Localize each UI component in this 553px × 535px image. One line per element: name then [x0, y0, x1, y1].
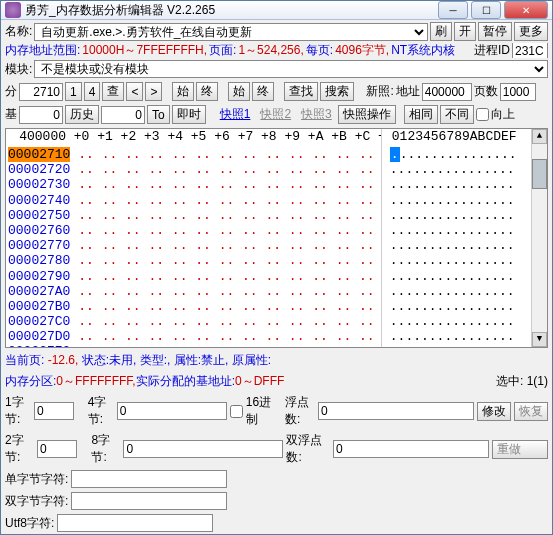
- history-button[interactable]: 历史: [65, 105, 99, 124]
- snapshot1-link[interactable]: 快照1: [216, 105, 255, 124]
- ascii-row[interactable]: ................: [382, 162, 531, 177]
- addr-field[interactable]: [422, 83, 472, 101]
- hex-row[interactable]: 00002720 .. .. .. .. .. .. .. .. .. .. .…: [6, 162, 381, 177]
- snapshot-ops-button[interactable]: 快照操作: [338, 105, 396, 124]
- address-cell[interactable]: 00002740: [8, 193, 70, 208]
- btn-end2[interactable]: 终: [252, 82, 274, 101]
- hex-bytes[interactable]: .. .. .. .. .. .. .. .. .. .. .. .. .. .…: [70, 284, 381, 299]
- 8byte-field[interactable]: [123, 440, 283, 458]
- ascii-row[interactable]: ................: [382, 147, 531, 162]
- diff-button[interactable]: 不同: [440, 105, 474, 124]
- to-button[interactable]: To: [147, 105, 170, 124]
- hex-row[interactable]: 00002730 .. .. .. .. .. .. .. .. .. .. .…: [6, 177, 381, 192]
- snapshot2-link[interactable]: 快照2: [256, 105, 295, 124]
- btn-end1[interactable]: 终: [196, 82, 218, 101]
- hex-row[interactable]: 000027C0 .. .. .. .. .. .. .. .. .. .. .…: [6, 314, 381, 329]
- close-button[interactable]: ✕: [504, 1, 548, 19]
- search-button[interactable]: 搜索: [320, 82, 354, 101]
- open-button[interactable]: 开: [454, 22, 476, 41]
- ji-field[interactable]: [19, 106, 63, 124]
- hex-row[interactable]: 00002760 .. .. .. .. .. .. .. .. .. .. .…: [6, 223, 381, 238]
- scroll-down-icon[interactable]: ▼: [532, 332, 547, 347]
- realtime-button[interactable]: 即时: [172, 105, 206, 124]
- snapshot3-link[interactable]: 快照3: [297, 105, 336, 124]
- address-cell[interactable]: 00002760: [8, 223, 70, 238]
- hex-bytes[interactable]: .. .. .. .. .. .. .. .. .. .. .. .. .. .…: [70, 329, 381, 344]
- ascii-row[interactable]: ................: [382, 299, 531, 314]
- scroll-up-icon[interactable]: ▲: [532, 129, 547, 144]
- hex-row[interactable]: 00002790 .. .. .. .. .. .. .. .. .. .. .…: [6, 269, 381, 284]
- hex-bytes[interactable]: .. .. .. .. .. .. .. .. .. .. .. .. .. .…: [70, 269, 381, 284]
- refresh-button[interactable]: 刷: [430, 22, 452, 41]
- hex-bytes[interactable]: .. .. .. .. .. .. .. .. .. .. .. .. .. .…: [70, 162, 381, 177]
- ascii-row[interactable]: ................: [382, 223, 531, 238]
- history-field[interactable]: [101, 106, 145, 124]
- hex-row[interactable]: 00002770 .. .. .. .. .. .. .. .. .. .. .…: [6, 238, 381, 253]
- hex-bytes[interactable]: .. .. .. .. .. .. .. .. .. .. .. .. .. .…: [70, 147, 381, 162]
- redo-button[interactable]: 重做: [492, 440, 548, 459]
- same-button[interactable]: 相同: [404, 105, 438, 124]
- hex16-checkbox[interactable]: [230, 405, 243, 418]
- ascii-row[interactable]: ................: [382, 177, 531, 192]
- hex-row[interactable]: 000027A0 .. .. .. .. .. .. .. .. .. .. .…: [6, 284, 381, 299]
- hex-bytes[interactable]: .. .. .. .. .. .. .. .. .. .. .. .. .. .…: [70, 314, 381, 329]
- btn-1[interactable]: 1: [65, 82, 82, 101]
- dbyte-field[interactable]: [71, 492, 227, 510]
- hex-bytes[interactable]: .. .. .. .. .. .. .. .. .. .. .. .. .. .…: [70, 223, 381, 238]
- btn-cha[interactable]: 查: [102, 82, 124, 101]
- ascii-row[interactable]: ................: [382, 253, 531, 268]
- ascii-row[interactable]: ................: [382, 344, 531, 347]
- hex-row[interactable]: 00002740 .. .. .. .. .. .. .. .. .. .. .…: [6, 193, 381, 208]
- 1byte-field[interactable]: [34, 402, 74, 420]
- address-cell[interactable]: 00002710: [8, 147, 70, 162]
- hex-row[interactable]: 000027D0 .. .. .. .. .. .. .. .. .. .. .…: [6, 329, 381, 344]
- minimize-button[interactable]: ─: [438, 1, 468, 19]
- address-cell[interactable]: 00002720: [8, 162, 70, 177]
- pagecount-field[interactable]: [500, 83, 536, 101]
- find-button[interactable]: 查找: [284, 82, 318, 101]
- address-cell[interactable]: 000027A0: [8, 284, 70, 299]
- sbyte-field[interactable]: [71, 470, 227, 488]
- ascii-row[interactable]: ................: [382, 269, 531, 284]
- address-cell[interactable]: 00002750: [8, 208, 70, 223]
- process-select[interactable]: 自动更新.exe.>.勇芳软件_在线自动更新: [34, 23, 428, 41]
- address-cell[interactable]: 00002770: [8, 238, 70, 253]
- btn-start2[interactable]: 始: [228, 82, 250, 101]
- double-field[interactable]: [333, 440, 489, 458]
- more-button[interactable]: 更多: [514, 22, 548, 41]
- address-cell[interactable]: 000027C0: [8, 314, 70, 329]
- restore-button[interactable]: 恢复: [514, 402, 548, 421]
- hex-bytes[interactable]: .. .. .. .. .. .. .. .. .. .. .. .. .. .…: [70, 344, 381, 347]
- hex-bytes[interactable]: .. .. .. .. .. .. .. .. .. .. .. .. .. .…: [70, 177, 381, 192]
- pid-field[interactable]: [512, 43, 548, 58]
- hex-row[interactable]: 000027E0 .. .. .. .. .. .. .. .. .. .. .…: [6, 344, 381, 347]
- btn-prev[interactable]: <: [126, 82, 143, 101]
- btn-next[interactable]: >: [145, 82, 162, 101]
- hex-row[interactable]: 000027B0 .. .. .. .. .. .. .. .. .. .. .…: [6, 299, 381, 314]
- utf8-field[interactable]: [57, 514, 213, 532]
- hex-bytes[interactable]: .. .. .. .. .. .. .. .. .. .. .. .. .. .…: [70, 253, 381, 268]
- pause-button[interactable]: 暂停: [478, 22, 512, 41]
- ascii-row[interactable]: ................: [382, 329, 531, 344]
- address-cell[interactable]: 00002790: [8, 269, 70, 284]
- address-cell[interactable]: 000027D0: [8, 329, 70, 344]
- hex-row[interactable]: 00002780 .. .. .. .. .. .. .. .. .. .. .…: [6, 253, 381, 268]
- ascii-row[interactable]: ................: [382, 208, 531, 223]
- hex-row[interactable]: 00002750 .. .. .. .. .. .. .. .. .. .. .…: [6, 208, 381, 223]
- hex-bytes[interactable]: .. .. .. .. .. .. .. .. .. .. .. .. .. .…: [70, 208, 381, 223]
- ascii-row[interactable]: ................: [382, 238, 531, 253]
- modify-button[interactable]: 修改: [477, 402, 511, 421]
- hex-scrollbar[interactable]: ▲ ▼: [531, 129, 547, 347]
- hex-row[interactable]: 00002710 .. .. .. .. .. .. .. .. .. .. .…: [6, 147, 381, 162]
- ascii-row[interactable]: ................: [382, 314, 531, 329]
- btn-4[interactable]: 4: [84, 82, 101, 101]
- float-field[interactable]: [318, 402, 474, 420]
- btn-start1[interactable]: 始: [172, 82, 194, 101]
- maximize-button[interactable]: ☐: [471, 1, 501, 19]
- address-cell[interactable]: 000027B0: [8, 299, 70, 314]
- hex-bytes[interactable]: .. .. .. .. .. .. .. .. .. .. .. .. .. .…: [70, 193, 381, 208]
- address-cell[interactable]: 000027E0: [8, 344, 70, 347]
- address-cell[interactable]: 00002780: [8, 253, 70, 268]
- hex-bytes[interactable]: .. .. .. .. .. .. .. .. .. .. .. .. .. .…: [70, 238, 381, 253]
- fen-field[interactable]: [19, 83, 63, 101]
